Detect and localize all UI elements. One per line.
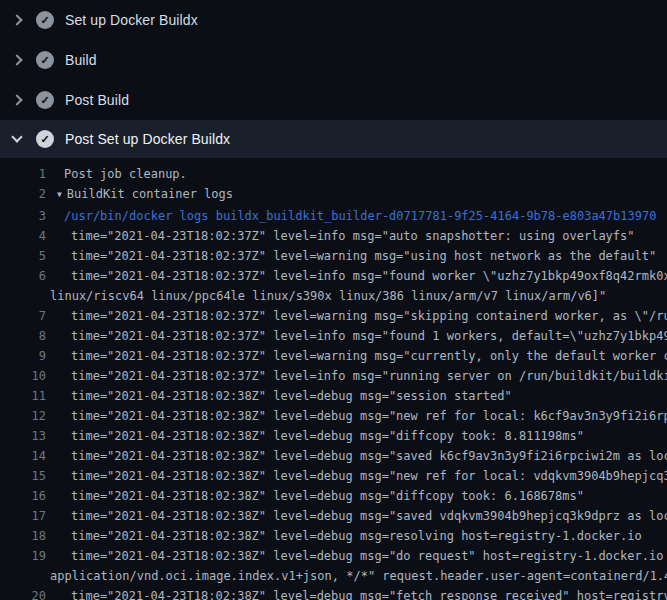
log-text: time="2021-04-23T18:02:37Z" level=info m…	[50, 366, 667, 386]
chevron-right-icon	[12, 55, 22, 65]
log-line-number-spacer	[0, 286, 46, 306]
log-text: time="2021-04-23T18:02:37Z" level=info m…	[50, 226, 635, 246]
group-collapse-triangle-icon[interactable]: ▼	[57, 185, 62, 205]
log-text: time="2021-04-23T18:02:38Z" level=debug …	[50, 486, 584, 506]
log-text: time="2021-04-23T18:02:37Z" level=warnin…	[50, 306, 667, 326]
log-line: 4time="2021-04-23T18:02:37Z" level=info …	[0, 226, 667, 246]
log-line: 14time="2021-04-23T18:02:38Z" level=debu…	[0, 446, 667, 466]
log-line-number[interactable]: 4	[0, 226, 46, 246]
log-text: ▼BuildKit container logs	[50, 184, 233, 206]
log-text: time="2021-04-23T18:02:38Z" level=debug …	[50, 586, 667, 600]
log-line: 7time="2021-04-23T18:02:37Z" level=warni…	[0, 306, 667, 326]
check-circle-icon: ✓	[36, 11, 54, 29]
log-line: 6time="2021-04-23T18:02:37Z" level=info …	[0, 266, 667, 286]
log-text: time="2021-04-23T18:02:38Z" level=debug …	[50, 386, 512, 406]
log-line: 10time="2021-04-23T18:02:37Z" level=info…	[0, 366, 667, 386]
log-line: 3/usr/bin/docker logs buildx_buildkit_bu…	[0, 206, 667, 226]
log-text: time="2021-04-23T18:02:38Z" level=debug …	[50, 506, 667, 526]
log-text: Post job cleanup.	[50, 164, 187, 184]
log-line-number[interactable]: 7	[0, 306, 46, 326]
step-header-post-set-up-docker-buildx[interactable]: ✓Post Set up Docker Buildx	[0, 120, 667, 158]
log-text: time="2021-04-23T18:02:37Z" level=warnin…	[50, 246, 656, 266]
check-circle-icon: ✓	[36, 51, 54, 69]
log-line: 1Post job cleanup.	[0, 164, 667, 184]
step-header-build[interactable]: ✓Build	[0, 40, 667, 80]
log-text: time="2021-04-23T18:02:38Z" level=debug …	[50, 446, 667, 466]
log-line-number[interactable]: 17	[0, 506, 46, 526]
log-text-continuation: application/vnd.oci.image.index.v1+json,…	[50, 566, 667, 586]
log-line: 9time="2021-04-23T18:02:37Z" level=warni…	[0, 346, 667, 366]
log-line: 8time="2021-04-23T18:02:37Z" level=info …	[0, 326, 667, 346]
log-text: time="2021-04-23T18:02:38Z" level=debug …	[50, 526, 642, 546]
log-line: 13time="2021-04-23T18:02:38Z" level=debu…	[0, 426, 667, 446]
log-line-number[interactable]: 2	[0, 184, 46, 206]
log-text: time="2021-04-23T18:02:38Z" level=debug …	[50, 406, 667, 426]
step-title: Build	[65, 52, 97, 68]
log-text: time="2021-04-23T18:02:37Z" level=warnin…	[50, 346, 667, 366]
log-line: 19time="2021-04-23T18:02:38Z" level=debu…	[0, 546, 667, 566]
check-circle-icon: ✓	[36, 91, 54, 109]
log-line-number[interactable]: 1	[0, 164, 46, 184]
log-line-wrap: application/vnd.oci.image.index.v1+json,…	[0, 566, 667, 586]
log-text: time="2021-04-23T18:02:37Z" level=info m…	[50, 326, 667, 346]
step-title: Post Build	[65, 92, 129, 108]
log-line: 11time="2021-04-23T18:02:38Z" level=debu…	[0, 386, 667, 406]
log-line: 12time="2021-04-23T18:02:38Z" level=debu…	[0, 406, 667, 426]
log-lines: 1Post job cleanup.2▼BuildKit container l…	[0, 158, 667, 600]
log-line: 20time="2021-04-23T18:02:38Z" level=debu…	[0, 586, 667, 600]
log-line-number[interactable]: 16	[0, 486, 46, 506]
log-command-text: /usr/bin/docker logs buildx_buildkit_bui…	[50, 206, 656, 226]
log-text: time="2021-04-23T18:02:38Z" level=debug …	[50, 546, 667, 566]
step-title: Set up Docker Buildx	[65, 12, 198, 28]
log-line-number[interactable]: 13	[0, 426, 46, 446]
log-line-number[interactable]: 20	[0, 586, 46, 600]
log-line: 17time="2021-04-23T18:02:38Z" level=debu…	[0, 506, 667, 526]
log-line-number[interactable]: 9	[0, 346, 46, 366]
step-header-post-build[interactable]: ✓Post Build	[0, 80, 667, 120]
log-line-number-spacer	[0, 566, 46, 586]
log-line-number[interactable]: 15	[0, 466, 46, 486]
log-text: time="2021-04-23T18:02:38Z" level=debug …	[50, 426, 584, 446]
log-line: 15time="2021-04-23T18:02:38Z" level=debu…	[0, 466, 667, 486]
step-header-set-up-docker-buildx[interactable]: ✓Set up Docker Buildx	[0, 0, 667, 40]
log-text: time="2021-04-23T18:02:38Z" level=debug …	[50, 466, 667, 486]
log-group-title: BuildKit container logs	[67, 187, 233, 201]
step-title: Post Set up Docker Buildx	[65, 131, 230, 147]
log-text-continuation: linux/riscv64 linux/ppc64le linux/s390x …	[50, 286, 606, 306]
steps-list: ✓Set up Docker Buildx✓Build✓Post Build✓P…	[0, 0, 667, 158]
log-line: 2▼BuildKit container logs	[0, 184, 667, 206]
check-circle-icon: ✓	[36, 130, 54, 148]
log-line-number[interactable]: 8	[0, 326, 46, 346]
log-line: 16time="2021-04-23T18:02:38Z" level=debu…	[0, 486, 667, 506]
log-line-number[interactable]: 19	[0, 546, 46, 566]
chevron-right-icon	[12, 15, 22, 25]
log-line-number[interactable]: 11	[0, 386, 46, 406]
log-text: time="2021-04-23T18:02:37Z" level=info m…	[50, 266, 667, 286]
log-line-number[interactable]: 18	[0, 526, 46, 546]
log-line-number[interactable]: 12	[0, 406, 46, 426]
log-line-number[interactable]: 10	[0, 366, 46, 386]
log-line-number[interactable]: 6	[0, 266, 46, 286]
log-line: 18time="2021-04-23T18:02:38Z" level=debu…	[0, 526, 667, 546]
log-line-number[interactable]: 14	[0, 446, 46, 466]
log-line-number[interactable]: 5	[0, 246, 46, 266]
chevron-right-icon	[12, 95, 22, 105]
chevron-down-icon	[12, 134, 22, 144]
log-line-number[interactable]: 3	[0, 206, 46, 226]
log-line-wrap: linux/riscv64 linux/ppc64le linux/s390x …	[0, 286, 667, 306]
log-line: 5time="2021-04-23T18:02:37Z" level=warni…	[0, 246, 667, 266]
